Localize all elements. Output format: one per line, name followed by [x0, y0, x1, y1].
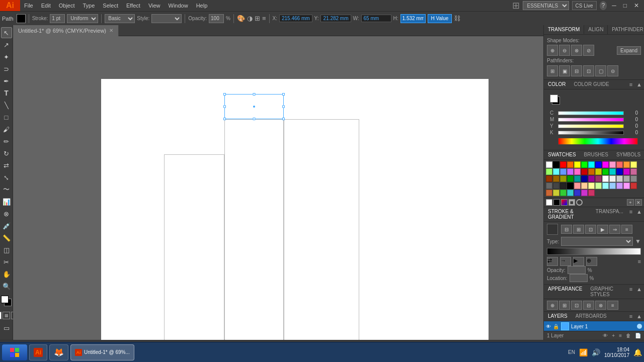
type-tool[interactable]: T: [1, 87, 12, 99]
menu-effect[interactable]: Effect: [122, 0, 144, 11]
swatch-item[interactable]: [567, 190, 574, 196]
swatch-item[interactable]: [560, 190, 567, 196]
gradient-add-stop-btn[interactable]: ⊕: [586, 257, 597, 266]
swatch-item[interactable]: [595, 183, 602, 189]
swatch-item[interactable]: [602, 168, 609, 175]
swatch-item[interactable]: [609, 175, 616, 182]
swatch-item[interactable]: [623, 168, 630, 175]
eyedropper-tool[interactable]: 💉: [1, 220, 12, 231]
outline-btn[interactable]: ▢: [595, 65, 606, 76]
fill-mode-btn[interactable]: [0, 312, 2, 319]
warp-tool[interactable]: 〜: [1, 184, 12, 195]
gradient-arrow-btn[interactable]: ▶: [573, 257, 584, 266]
swatch-item[interactable]: [595, 161, 602, 168]
swatch-item[interactable]: [623, 175, 630, 182]
tab-layers[interactable]: LAYERS: [544, 312, 572, 321]
swatch-white[interactable]: [546, 199, 552, 206]
swatch-item[interactable]: [595, 168, 602, 175]
maximize-button[interactable]: □: [621, 2, 629, 9]
screen-mode-btn[interactable]: ▭: [1, 322, 12, 333]
swatch-item[interactable]: [602, 175, 609, 182]
link-icon[interactable]: ⛓: [454, 15, 460, 22]
stroke-type-sel[interactable]: ⇒: [609, 225, 620, 234]
taskbar-firefox-icon[interactable]: 🦊: [49, 344, 68, 360]
menu-object[interactable]: Object: [55, 0, 79, 11]
trim-btn[interactable]: ▣: [559, 65, 570, 76]
layer-target-dot[interactable]: [637, 324, 642, 329]
swatch-gradient-type[interactable]: [561, 199, 568, 206]
stroke-weight-btn[interactable]: ≡: [621, 225, 632, 234]
stroke-arrow-btn[interactable]: ▶: [597, 225, 608, 234]
h-coord-input[interactable]: [400, 14, 426, 23]
swatch-item[interactable]: [574, 175, 581, 182]
tab-close-btn[interactable]: ✕: [109, 28, 113, 33]
stroke-location-input[interactable]: [570, 274, 588, 282]
stroke-align-outside[interactable]: ⊡: [585, 225, 596, 234]
cs-live-button[interactable]: CS Live: [572, 1, 597, 10]
divide-btn[interactable]: ⊞: [547, 65, 558, 76]
swatch-item[interactable]: [609, 168, 616, 175]
document-tab[interactable]: Untitled-1* @ 69% (CMYK/Preview) ✕: [13, 25, 119, 36]
tab-pathfinder[interactable]: PATHFINDER: [608, 25, 644, 34]
swatch-item[interactable]: [581, 161, 588, 168]
rect-tool[interactable]: □: [1, 112, 12, 123]
menu-window[interactable]: Window: [165, 0, 192, 11]
swatch-item[interactable]: [581, 190, 588, 196]
swatch-add-btn[interactable]: +: [627, 199, 634, 206]
menu-type[interactable]: Type: [79, 0, 99, 11]
swatch-item[interactable]: [581, 183, 588, 189]
swatch-item[interactable]: [560, 161, 567, 168]
swatch-item[interactable]: [602, 161, 609, 168]
layer-menu-btn[interactable]: ≡: [619, 333, 622, 338]
tab-transparency[interactable]: TRANSPA...: [592, 207, 627, 221]
merge-btn[interactable]: ⊟: [571, 65, 582, 76]
appear-btn-6[interactable]: ≡: [607, 301, 618, 310]
swatch-item[interactable]: [574, 161, 581, 168]
swatch-item[interactable]: [560, 168, 567, 175]
gradient-linear-btn[interactable]: →: [560, 257, 571, 266]
stroke-type-dropdown[interactable]: [561, 237, 633, 246]
layer-eye-icon[interactable]: 👁: [546, 324, 551, 329]
appear-btn-4[interactable]: ⊟: [583, 301, 594, 310]
appear-btn-3[interactable]: ⊡: [571, 301, 582, 310]
swatch-item[interactable]: [623, 183, 630, 189]
swatch-item[interactable]: [630, 183, 637, 189]
swatch-item[interactable]: [553, 183, 559, 189]
tab-swatches[interactable]: SWATCHES: [544, 150, 580, 159]
stroke-uniform-select[interactable]: Uniform: [67, 14, 98, 23]
tab-artboards[interactable]: ARTBOARDS: [572, 312, 611, 321]
y-slider[interactable]: [558, 124, 624, 128]
opacity-icon[interactable]: ◑: [247, 15, 253, 22]
expand-button[interactable]: Expand: [617, 46, 641, 55]
stroke-align-inside[interactable]: ⊞: [573, 225, 584, 234]
swatch-item[interactable]: [574, 183, 581, 189]
layer-delete-btn[interactable]: 🗑: [626, 333, 631, 338]
swatch-item[interactable]: [616, 183, 623, 189]
swatch-item[interactable]: [595, 175, 602, 182]
swatch-item[interactable]: [560, 183, 567, 189]
stroke-options[interactable]: ≡: [627, 207, 634, 221]
close-button[interactable]: ✕: [632, 2, 641, 9]
workspace-select[interactable]: ESSENTIALS: [523, 1, 569, 10]
minus-back-btn[interactable]: ⊝: [607, 65, 618, 76]
gradient-reverse-btn[interactable]: ⇄: [547, 257, 558, 266]
scale-tool[interactable]: ⤡: [1, 172, 12, 183]
blend-tool[interactable]: ⊗: [1, 208, 12, 219]
layer-visibility-btn[interactable]: 👁: [603, 333, 608, 338]
swatch-item[interactable]: [588, 175, 595, 182]
stroke-opacity-input[interactable]: [568, 266, 586, 274]
selected-rect[interactable]: [224, 94, 284, 119]
swatch-item[interactable]: [567, 161, 574, 168]
swatch-pattern[interactable]: ▦: [569, 199, 575, 206]
lasso-tool[interactable]: ⊃: [1, 63, 12, 74]
swatch-item[interactable]: [623, 161, 630, 168]
exclude-btn[interactable]: ⊘: [583, 45, 594, 56]
layers-collapse[interactable]: ▲: [634, 312, 644, 321]
swatch-none[interactable]: [576, 199, 583, 206]
layer-add-btn[interactable]: +: [612, 333, 615, 338]
intersect-btn[interactable]: ⊗: [571, 45, 582, 56]
layer-lock-icon[interactable]: 🔒: [553, 324, 559, 329]
tab-appearance[interactable]: APPEARANCE: [544, 285, 586, 299]
pen-tool[interactable]: ✒: [1, 75, 12, 86]
swatch-item[interactable]: [630, 168, 637, 175]
